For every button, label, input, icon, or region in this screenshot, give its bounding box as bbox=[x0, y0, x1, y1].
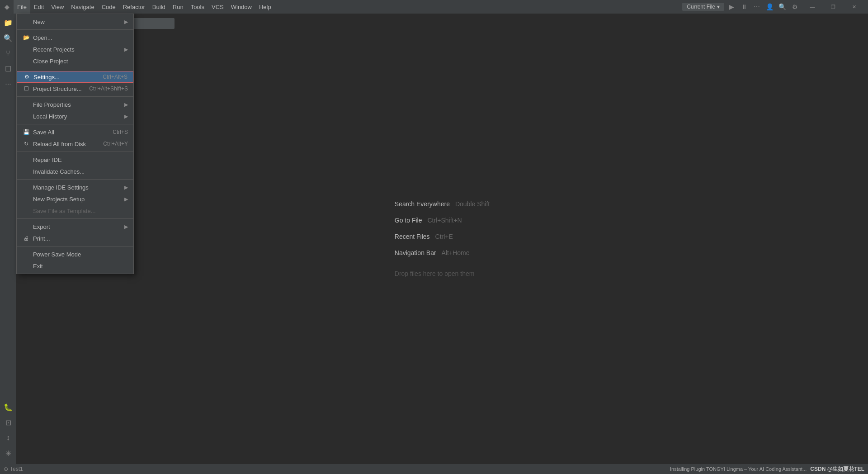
search-everywhere-row: Search Everywhere Double Shift bbox=[395, 200, 490, 208]
menu-item-recent[interactable]: Recent Projects▶ bbox=[17, 43, 133, 55]
menu-separator bbox=[17, 152, 133, 152]
new-arrow-icon: ▶ bbox=[124, 19, 128, 25]
menu-item-repair-ide[interactable]: Repair IDE bbox=[17, 154, 133, 166]
project-structure-label: Project Structure... bbox=[33, 85, 85, 92]
menu-item-power-save[interactable]: Power Save Mode bbox=[17, 248, 133, 260]
menu-item-code[interactable]: Code bbox=[98, 0, 119, 14]
app-logo: ◆ bbox=[0, 0, 14, 14]
recent-files-shortcut: Ctrl+E bbox=[435, 233, 453, 240]
current-file-button[interactable]: Current File ▾ bbox=[682, 3, 724, 11]
menu-separator bbox=[17, 69, 133, 69]
minimize-button[interactable]: — bbox=[802, 0, 823, 14]
menu-item-manage-ide[interactable]: Manage IDE Settings▶ bbox=[17, 181, 133, 193]
menu-item-navigate[interactable]: Navigate bbox=[67, 0, 98, 14]
sidebar-icon-debug[interactable]: 🐛 bbox=[1, 400, 15, 414]
main-area: Search Everywhere Double Shift Go to Fil… bbox=[16, 14, 868, 464]
titlebar: ◆ FileEditViewNavigateCodeRefactorBuildR… bbox=[0, 0, 868, 14]
sidebar-icon-search[interactable]: 🔍 bbox=[1, 31, 15, 45]
menu-item-reload[interactable]: ↻Reload All from DiskCtrl+Alt+Y bbox=[17, 138, 133, 150]
sidebar-icon-more[interactable]: ··· bbox=[1, 77, 15, 91]
menu-item-save-all[interactable]: 💾Save AllCtrl+S bbox=[17, 126, 133, 138]
search-icon[interactable]: 🔍 bbox=[777, 1, 788, 12]
menu-item-project-structure[interactable]: ☐Project Structure...Ctrl+Alt+Shift+S bbox=[17, 83, 133, 95]
menu-separator bbox=[17, 96, 133, 97]
menu-item-settings[interactable]: ⚙Settings...Ctrl+Alt+S bbox=[17, 71, 133, 83]
menu-item-vcs[interactable]: VCS bbox=[208, 0, 227, 14]
save-as-template-icon-placeholder bbox=[22, 207, 30, 215]
file-properties-label: File Properties bbox=[33, 101, 123, 108]
maximize-button[interactable]: ❐ bbox=[823, 0, 844, 14]
menu-item-help[interactable]: Help bbox=[255, 0, 275, 14]
recent-arrow-icon: ▶ bbox=[124, 47, 128, 52]
menu-separator bbox=[17, 124, 133, 124]
go-to-file-shortcut: Ctrl+Shift+N bbox=[427, 217, 462, 224]
save-as-template-label: Save File as Template... bbox=[33, 208, 128, 214]
close-project-icon-placeholder bbox=[22, 57, 30, 65]
menu-item-new-projects-setup[interactable]: New Projects Setup▶ bbox=[17, 193, 133, 205]
drop-files-row: Drop files here to open them bbox=[395, 265, 475, 277]
power-save-label: Power Save Mode bbox=[33, 251, 128, 258]
sidebar-icon-folder[interactable]: 📁 bbox=[1, 15, 15, 30]
menu-item-local-history[interactable]: Local History▶ bbox=[17, 110, 133, 122]
local-history-icon-placeholder bbox=[22, 112, 30, 120]
file-properties-arrow-icon: ▶ bbox=[124, 102, 128, 108]
sidebar-icon-structure[interactable]: ☐ bbox=[1, 62, 15, 76]
close-button[interactable]: ✕ bbox=[844, 0, 864, 14]
statusbar-right: Installing Plugin TONGYI Lingma – Your A… bbox=[670, 465, 864, 473]
save-all-icon: 💾 bbox=[22, 128, 30, 136]
go-to-file-row: Go to File Ctrl+Shift+N bbox=[395, 217, 462, 224]
print-label: Print... bbox=[33, 235, 128, 242]
project-status[interactable]: ⊙ Test1 bbox=[4, 466, 23, 472]
search-everywhere-label: Search Everywhere bbox=[395, 200, 450, 208]
power-save-icon-placeholder bbox=[22, 250, 30, 258]
sidebar-icon-settings2[interactable]: ✳ bbox=[1, 446, 15, 460]
project-icon: ⊙ bbox=[4, 466, 8, 472]
recent-label: Recent Projects bbox=[33, 46, 123, 53]
run-button[interactable]: ▶ bbox=[726, 1, 737, 12]
menu-item-build[interactable]: Build bbox=[149, 0, 169, 14]
menu-item-print[interactable]: 🖨Print... bbox=[17, 232, 133, 244]
more-button[interactable]: ⋯ bbox=[751, 1, 762, 12]
manage-ide-icon-placeholder bbox=[22, 183, 30, 191]
sidebar-bottom: 🐛 ⊡ ↕ ✳ bbox=[1, 400, 15, 464]
invalidate-caches-icon-placeholder bbox=[22, 167, 30, 175]
menu-item-window[interactable]: Window bbox=[227, 0, 255, 14]
open-icon: 📂 bbox=[22, 33, 30, 42]
menu-item-run[interactable]: Run bbox=[169, 0, 187, 14]
statusbar: ⊙ Test1 Installing Plugin TONGYI Lingma … bbox=[0, 464, 868, 474]
navigation-bar-row: Navigation Bar Alt+Home bbox=[395, 249, 470, 256]
sidebar-icon-git[interactable]: ⑂ bbox=[1, 46, 15, 61]
menu-item-open[interactable]: 📂Open... bbox=[17, 32, 133, 43]
menu-item-refactor[interactable]: Refactor bbox=[119, 0, 149, 14]
menu-item-exit[interactable]: Exit bbox=[17, 260, 133, 272]
menu-item-new[interactable]: New▶ bbox=[17, 16, 133, 28]
sidebar-icon-git2[interactable]: ↕ bbox=[1, 431, 15, 445]
menu-item-close-project[interactable]: Close Project bbox=[17, 55, 133, 67]
settings-icon[interactable]: ⚙ bbox=[789, 1, 800, 12]
recent-files-row: Recent Files Ctrl+E bbox=[395, 233, 453, 240]
menu-item-file[interactable]: File bbox=[14, 0, 30, 14]
menu-separator bbox=[17, 29, 133, 30]
menu-item-invalidate-caches[interactable]: Invalidate Caches... bbox=[17, 166, 133, 177]
reload-label: Reload All from Disk bbox=[33, 141, 99, 147]
close-project-label: Close Project bbox=[33, 58, 128, 65]
project-name: Test1 bbox=[10, 466, 23, 472]
recent-files-label: Recent Files bbox=[395, 233, 430, 240]
local-history-arrow-icon: ▶ bbox=[124, 114, 128, 119]
user-icon[interactable]: 👤 bbox=[764, 1, 775, 12]
manage-ide-label: Manage IDE Settings bbox=[33, 184, 123, 191]
menu-item-file-properties[interactable]: File Properties▶ bbox=[17, 99, 133, 110]
menu-item-view[interactable]: View bbox=[47, 0, 67, 14]
project-structure-icon: ☐ bbox=[22, 85, 30, 93]
menu-item-tools[interactable]: Tools bbox=[187, 0, 208, 14]
pause-button[interactable]: ⏸ bbox=[739, 1, 750, 12]
menu-item-edit[interactable]: Edit bbox=[30, 0, 47, 14]
left-sidebar: 📁 🔍 ⑂ ☐ ··· 🐛 ⊡ ↕ ✳ bbox=[0, 14, 16, 464]
save-all-shortcut: Ctrl+S bbox=[113, 129, 128, 135]
menu-item-export[interactable]: Export▶ bbox=[17, 221, 133, 232]
settings-label: Settings... bbox=[33, 74, 99, 81]
manage-ide-arrow-icon: ▶ bbox=[124, 185, 128, 190]
menu-separator bbox=[17, 218, 133, 219]
sidebar-icon-terminal[interactable]: ⊡ bbox=[1, 415, 15, 430]
reload-icon: ↻ bbox=[22, 140, 30, 148]
